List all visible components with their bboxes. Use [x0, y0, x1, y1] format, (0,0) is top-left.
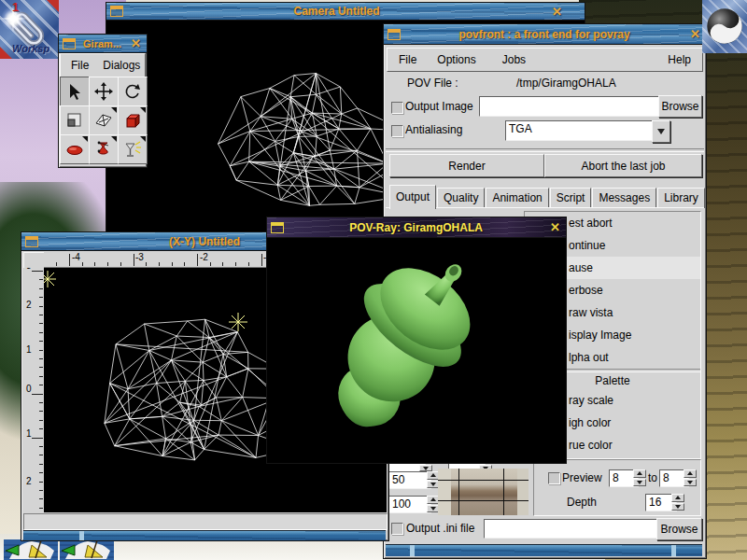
light-source-icon [229, 313, 247, 331]
output-image-checkbox[interactable] [391, 102, 403, 114]
ruler-tick [39, 472, 43, 473]
ruler-tick [120, 262, 121, 266]
browse-output-button[interactable]: Browse [658, 95, 702, 118]
tab-output[interactable]: Output [389, 185, 436, 209]
region-end-input[interactable]: 100 [388, 496, 431, 513]
tab-quality[interactable]: Quality [437, 188, 485, 208]
ruler-tick [134, 254, 134, 266]
window-menu-icon[interactable] [271, 222, 284, 233]
ruler-label: -4 [72, 252, 80, 262]
sailboat-icon [4, 539, 58, 560]
preview-to-spinner[interactable] [684, 469, 697, 486]
pager-corner-arrow-icon [0, 47, 12, 59]
tab-library[interactable]: Library [657, 188, 705, 208]
tool-disc-button[interactable] [60, 134, 90, 164]
camera-window-title: Camera Untitled [127, 5, 546, 18]
ruler-tick [39, 490, 43, 491]
preview-label: Preview [562, 471, 602, 484]
tool-light-button[interactable] [118, 134, 148, 164]
select-arrow-icon [65, 82, 84, 101]
render-output-viewport [267, 238, 566, 463]
close-icon[interactable]: ✕ [550, 221, 560, 233]
xy-resize-bar[interactable] [23, 530, 386, 540]
ruler-tick [39, 385, 43, 385]
povray-render-window: POV-Ray: GiramgOHALA ✕ [266, 217, 567, 464]
horizontal-scrollbar[interactable] [23, 513, 388, 530]
close-icon[interactable]: ✕ [131, 37, 141, 49]
ruler-label: 1 [26, 428, 32, 439]
window-menu-icon[interactable] [63, 38, 76, 49]
menu-help[interactable]: Help [664, 51, 695, 68]
render-button[interactable]: Render [389, 154, 544, 177]
ruler-tick [222, 262, 223, 266]
iconified-window-boat[interactable] [60, 539, 114, 560]
antialiasing-checkbox[interactable] [391, 125, 403, 137]
abort-button[interactable]: Abort the last job [544, 154, 702, 177]
tab-messages[interactable]: Messages [592, 188, 656, 208]
ruler-tick [39, 428, 43, 429]
window-menu-icon[interactable] [110, 6, 123, 17]
preview-checkbox[interactable] [548, 472, 560, 484]
output-ini-input[interactable] [484, 519, 661, 539]
menu-jobs[interactable]: Jobs [499, 51, 529, 68]
crop-guide-line[interactable] [503, 469, 504, 515]
tab-animation[interactable]: Animation [486, 188, 548, 208]
output-ini-checkbox[interactable] [391, 523, 403, 535]
close-icon[interactable]: ✕ [552, 6, 562, 18]
povray-titlebar[interactable]: POV-Ray: GiramgOHALA ✕ [267, 217, 566, 238]
menu-file[interactable]: File [67, 57, 92, 74]
resize-grip[interactable] [79, 531, 84, 540]
render-region-thumbnail[interactable] [438, 469, 529, 515]
toolbox-title: Giram... [79, 38, 125, 49]
ruler-tick [32, 394, 43, 395]
ruler-tick [39, 411, 43, 412]
preview-to-label: to [648, 471, 657, 484]
crop-guide-line[interactable] [458, 469, 459, 515]
window-menu-icon[interactable] [388, 29, 401, 40]
povfront-resize-bar[interactable] [386, 544, 702, 556]
disc-icon [65, 140, 84, 159]
toolbox-titlebar[interactable]: Giram... ✕ [59, 35, 147, 53]
tool-scale-button[interactable] [60, 105, 90, 135]
menu-dialogs[interactable]: Dialogs [99, 57, 144, 74]
preview-from-spinner[interactable] [633, 469, 646, 486]
workspace-pager[interactable]: 1 Worksp [0, 0, 59, 59]
divider [386, 148, 704, 152]
ruler-label: 2 [26, 476, 32, 486]
resize-grip[interactable] [671, 545, 676, 556]
browse-ini-button[interactable]: Browse [656, 518, 702, 540]
format-combo-input[interactable]: TGA [505, 120, 655, 141]
tool-box-button[interactable] [118, 105, 148, 135]
close-icon[interactable]: ✕ [690, 28, 700, 40]
ruler-label: 3 [26, 268, 32, 271]
ruler-tick [39, 464, 43, 465]
tool-rotate-button[interactable] [118, 77, 148, 106]
ruler-tick [210, 262, 211, 266]
povfront-titlebar[interactable]: povfront : a front end for povray ✕ [384, 24, 706, 45]
ruler-tick [39, 315, 43, 315]
wharf-logo-button[interactable] [702, 0, 747, 53]
pager-corner-arrow-icon [47, 0, 59, 12]
window-menu-icon[interactable] [25, 236, 38, 247]
pov-file-label: POV File : [407, 77, 458, 90]
tool-move-button[interactable] [89, 77, 119, 106]
tab-script[interactable]: Script [550, 188, 592, 208]
ruler-tick [39, 288, 43, 289]
tool-plane-button[interactable] [89, 105, 119, 135]
afterstep-sphere-icon [704, 6, 745, 47]
crop-guide-line[interactable] [438, 480, 529, 481]
tool-select-button[interactable] [60, 77, 90, 106]
format-dropdown-button[interactable] [652, 120, 670, 143]
camera-titlebar[interactable]: Camera Untitled ✕ [106, 3, 585, 21]
menu-file[interactable]: File [395, 51, 420, 68]
output-image-input[interactable] [479, 96, 664, 117]
crop-guide-line[interactable] [438, 500, 529, 501]
depth-spinner[interactable] [671, 494, 684, 511]
desktop: Camera Untitled ✕ 1 Worksp Giram... ✕ Fi… [0, 0, 747, 560]
tool-lathe-button[interactable] [89, 134, 119, 164]
region-start-input[interactable]: 50 [388, 471, 431, 489]
menu-options[interactable]: Options [433, 51, 479, 68]
resize-grip[interactable] [410, 545, 415, 556]
iconified-window-boat[interactable] [4, 539, 58, 560]
ruler-label: -2 [200, 252, 208, 262]
